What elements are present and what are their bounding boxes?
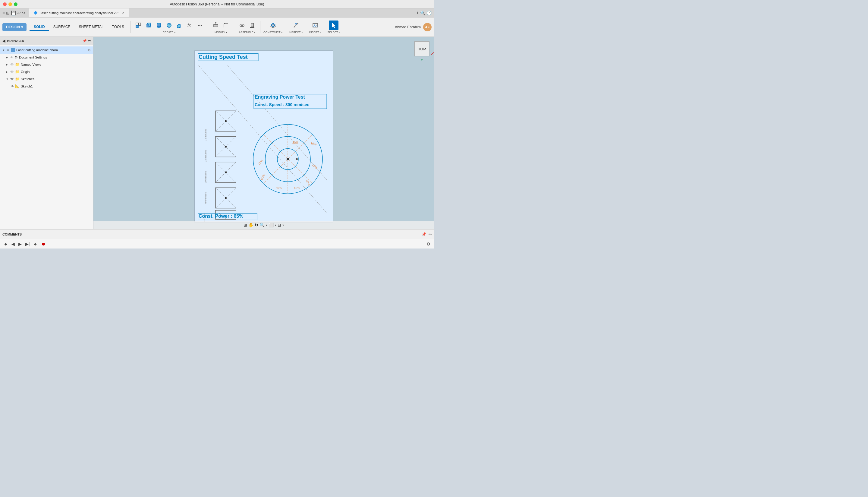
svg-marker-22 — [215, 22, 217, 23]
tab-solid[interactable]: SOLID — [30, 24, 49, 31]
sidebar-content: ▼ 👁 Laser cutting machine chara... ⚙ ▶ 👁… — [0, 45, 93, 229]
viewport-toolbar: ⊞ ✋ ↻ 🔍 ▾ ⬜ ▾ ⊟ ▾ — [93, 221, 434, 229]
user-area: Ahmed Ebrahim AE — [395, 23, 431, 31]
nav-redo-icon[interactable]: ↪ — [22, 11, 26, 15]
sidebar-pin-icon[interactable]: 📌 — [83, 39, 87, 43]
active-tab[interactable]: 🔷 Laser cutting machine charactersting a… — [29, 9, 129, 17]
design-label: DESIGN — [6, 25, 20, 29]
construct-group: CONSTRUCT ▾ — [262, 20, 284, 34]
record-button[interactable]: ⏺ — [41, 242, 45, 246]
eye-icon-sketches[interactable]: 👁 — [10, 77, 14, 81]
tree-item-sketch1[interactable]: 👁 📐 Sketch1 — [0, 83, 93, 90]
tree-item-sketches[interactable]: ▼ 👁 📁 Sketches — [0, 75, 93, 83]
svg-text:40 mm/sec: 40 mm/sec — [204, 193, 207, 204]
maximize-button[interactable] — [14, 2, 17, 6]
tab-sheet-metal[interactable]: SHEET METAL — [74, 24, 107, 31]
construct-dropdown-icon[interactable]: ▾ — [281, 31, 283, 34]
box-button[interactable] — [144, 20, 153, 30]
create-dropdown-icon[interactable]: ▾ — [174, 31, 176, 34]
nav-cube[interactable]: TOP Z X — [414, 41, 429, 56]
svg-text:50%: 50% — [276, 186, 282, 190]
tree-label-sketches: Sketches — [21, 77, 34, 81]
formula-button[interactable]: fx — [185, 20, 194, 30]
orbit-button[interactable]: ↻ — [255, 223, 258, 227]
bottom-resize-icon[interactable]: ⇔ — [429, 232, 431, 237]
tab-actions: + 🔍 🕐 — [416, 10, 434, 16]
select-group: SELECT ▾ — [326, 20, 341, 34]
zoom-dropdown[interactable]: ▾ — [266, 224, 267, 227]
modify-dropdown-icon[interactable]: ▾ — [226, 31, 227, 34]
extrude-button[interactable] — [175, 20, 184, 30]
insert-image-button[interactable] — [310, 20, 320, 30]
prev-button[interactable]: ◀ — [12, 242, 15, 246]
design-button[interactable]: DESIGN ▾ — [2, 23, 27, 31]
play-button[interactable]: ▶ — [18, 242, 22, 246]
sidebar-back-icon[interactable]: ◀ — [2, 39, 5, 43]
inspect-dropdown-icon[interactable]: ▾ — [301, 31, 303, 34]
zoom-button[interactable]: 🔍 — [260, 223, 265, 227]
close-button[interactable] — [3, 2, 6, 6]
bottom-bar: COMMENTS 📌 ⇔ — [0, 229, 434, 239]
offset-plane-button[interactable] — [268, 20, 278, 30]
skip-end-button[interactable]: ⏭ — [33, 242, 38, 246]
select-buttons — [329, 20, 338, 30]
tree-item-root[interactable]: ▼ 👁 Laser cutting machine chara... ⚙ — [0, 46, 93, 54]
tabbar: ≡ ⊞ 💾 ↩ ↪ 🔷 Laser cutting machine charac… — [0, 9, 434, 17]
insert-group: INSERT ▾ — [308, 20, 323, 34]
insert-dropdown-icon[interactable]: ▾ — [320, 31, 321, 34]
tab-tools[interactable]: TOOLS — [108, 24, 128, 31]
grid-dropdown[interactable]: ▾ — [282, 224, 284, 227]
snap-button[interactable]: ⊞ — [244, 223, 247, 227]
eye-icon-root[interactable]: 👁 — [6, 48, 10, 52]
tree-label-named-views: Named Views — [21, 63, 41, 66]
ground-button[interactable] — [248, 20, 257, 30]
comments-label: COMMENTS — [2, 232, 22, 236]
minimize-button[interactable] — [9, 2, 12, 6]
assemble-label: ASSEMBLE ▾ — [239, 31, 255, 34]
select-button[interactable] — [329, 20, 338, 30]
sidebar-resize-icon[interactable]: ⇔ — [88, 39, 91, 43]
tree-settings-icon[interactable]: ⚙ — [88, 48, 91, 52]
search-icon[interactable]: 🔍 — [420, 11, 425, 15]
clock-icon[interactable]: 🕐 — [426, 11, 431, 15]
nav-save-icon[interactable]: 💾 — [11, 11, 16, 15]
svg-rect-2 — [136, 25, 138, 28]
display-dropdown[interactable]: ▾ — [275, 224, 276, 227]
skip-start-button[interactable]: ⏮ — [4, 242, 8, 246]
sketch-svg: Cutting Speed Test 15 mm/sec 23 mm/sec 3… — [194, 51, 333, 222]
tree-label-root: Laser cutting machine chara... — [16, 48, 87, 52]
tab-close-button[interactable]: ✕ — [122, 11, 124, 14]
press-pull-button[interactable] — [211, 20, 221, 30]
create-buttons: fx — [133, 20, 205, 30]
nav-undo-icon[interactable]: ↩ — [17, 11, 21, 15]
tree-item-doc-settings[interactable]: ▶ 👁 ⚙ Document Settings — [0, 54, 93, 61]
create-more-button[interactable] — [195, 20, 205, 30]
next-button[interactable]: ▶| — [25, 242, 30, 246]
nav-back-icon[interactable]: ≡ — [2, 11, 5, 15]
cylinder-button[interactable] — [154, 20, 164, 30]
grid-button[interactable]: ⊟ — [278, 223, 281, 227]
eye-icon-origin[interactable]: 👁 — [10, 70, 14, 74]
fillet-button[interactable] — [221, 20, 231, 30]
bottom-pin-icon[interactable]: 📌 — [422, 232, 426, 237]
measure-button[interactable] — [291, 20, 301, 30]
assemble-dropdown-icon[interactable]: ▾ — [254, 31, 255, 34]
select-dropdown-icon[interactable]: ▾ — [338, 31, 340, 34]
nav-grid-icon[interactable]: ⊞ — [6, 11, 10, 15]
display-mode-button[interactable]: ⬜ — [268, 223, 274, 227]
new-component-button[interactable] — [133, 20, 143, 30]
tab-surface[interactable]: SURFACE — [49, 24, 75, 31]
eye-icon-named-views[interactable]: 👁 — [10, 62, 14, 67]
settings-button[interactable]: ⚙ — [426, 242, 430, 246]
eye-icon-sketch1[interactable]: 👁 — [11, 85, 14, 88]
add-tab-button[interactable]: + — [416, 10, 419, 16]
sphere-button[interactable] — [164, 20, 174, 30]
tree-item-named-views[interactable]: ▶ 👁 📁 Named Views — [0, 61, 93, 68]
eye-icon-doc-settings[interactable]: 👁 — [10, 56, 13, 59]
user-avatar[interactable]: AE — [423, 23, 431, 31]
svg-text:Engraving Power Test: Engraving Power Test — [255, 95, 305, 100]
construct-label: CONSTRUCT ▾ — [263, 31, 283, 34]
tree-item-origin[interactable]: ▶ 👁 📁 Origin — [0, 68, 93, 75]
pan-button[interactable]: ✋ — [248, 223, 253, 227]
joint-button[interactable] — [237, 20, 247, 30]
